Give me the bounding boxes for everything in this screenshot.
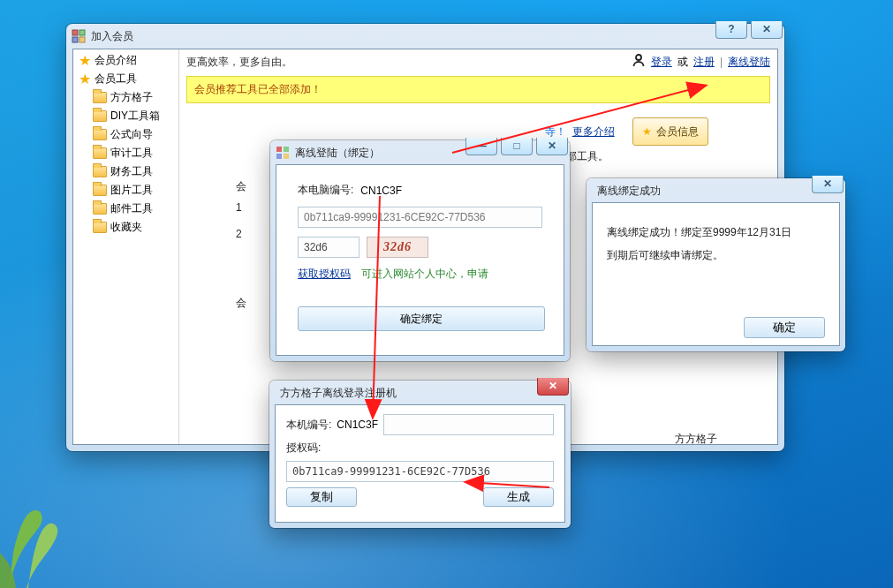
success-window-buttons — [812, 176, 844, 193]
sidebar-item-label: 邮件工具 — [110, 201, 153, 216]
svg-rect-8 — [284, 154, 289, 159]
sidebar-item-label: DIY工具箱 — [110, 109, 160, 124]
bind-titlebar: 离线登陆（绑定） — [270, 140, 570, 165]
main-window-buttons — [715, 21, 783, 39]
captcha-input[interactable] — [298, 237, 359, 258]
register-link[interactable]: 注册 — [693, 55, 715, 70]
member-info-button[interactable]: ★会员信息 — [632, 117, 708, 146]
separator: | — [720, 56, 723, 68]
content-topline: 更高效率，更多自由。 登录 或 注册 | 离线登陆 — [186, 53, 770, 71]
reg-auth-label: 授权码: — [286, 441, 321, 456]
bind-window-buttons — [465, 138, 568, 155]
sidebar-root-tools-label: 会员工具 — [95, 72, 137, 87]
alert-text: 会员推荐工具已全部添加！ — [194, 83, 322, 95]
reg-body: 本机编号: CN1C3F 授权码: 复制 生成 — [275, 404, 565, 523]
app-icon — [72, 29, 86, 43]
login-link[interactable]: 登录 — [651, 55, 672, 70]
success-body: 离线绑定成功！绑定至9999年12月31日 到期后可继续申请绑定。 确定 — [592, 202, 840, 346]
sidebar-item-label: 审计工具 — [110, 146, 153, 161]
sidebar-item-ffgz[interactable]: 方方格子 — [73, 88, 178, 107]
bind-body: 本电脑编号: CN1C3F 32d6 获取授权码 可进入网站个人中心，申请 确定… — [276, 164, 564, 356]
reg-titlebar: 方方格子离线登录注册机 — [269, 381, 571, 405]
confirm-bind-button[interactable]: 确定绑定 — [298, 306, 545, 331]
offline-bind-dialog: 离线登陆（绑定） 本电脑编号: CN1C3F 32d6 获取授权码 可进入网站个… — [270, 140, 570, 361]
person-icon — [632, 53, 646, 71]
sidebar-root-intro-label: 会员介绍 — [95, 53, 137, 68]
help-button[interactable] — [715, 21, 747, 39]
svg-rect-7 — [276, 154, 282, 159]
reg-local-id-input[interactable] — [383, 414, 554, 435]
maximize-button[interactable] — [501, 138, 533, 155]
get-auth-link[interactable]: 获取授权码 — [298, 267, 351, 282]
stub-left-1: 会 — [236, 180, 246, 192]
or-text: 或 — [677, 55, 688, 70]
stub-left-2: 会 — [236, 297, 246, 309]
member-info-label: 会员信息 — [656, 121, 699, 142]
sidebar-item-diy[interactable]: DIY工具箱 — [73, 107, 178, 125]
svg-rect-3 — [79, 37, 85, 42]
sidebar-root-intro[interactable]: ★ 会员介绍 — [73, 51, 178, 70]
folder-icon — [93, 222, 107, 233]
sidebar-item-label: 方方格子 — [110, 90, 153, 105]
stub-top-right: 寺！ — [545, 125, 566, 138]
folder-icon — [93, 92, 107, 103]
close-button[interactable] — [536, 138, 568, 155]
folder-icon — [93, 129, 107, 140]
folder-icon — [93, 166, 107, 177]
sidebar-item-formula[interactable]: 公式向导 — [73, 125, 178, 144]
svg-rect-2 — [72, 37, 78, 42]
sidebar-item-label: 公式向导 — [110, 127, 153, 142]
success-title: 离线绑定成功 — [597, 184, 661, 199]
close-button[interactable] — [812, 176, 844, 193]
close-button[interactable] — [751, 21, 783, 39]
computer-id-value: CN1C3F — [360, 185, 402, 197]
success-line-1: 离线绑定成功！绑定至9999年12月31日 — [607, 221, 825, 244]
more-intro-link[interactable]: 更多介绍 — [572, 125, 615, 138]
success-line-2: 到期后可继续申请绑定。 — [607, 244, 825, 267]
folder-icon — [93, 147, 107, 159]
reg-title: 方方格子离线登录注册机 — [280, 386, 397, 401]
auth-box: 登录 或 注册 | 离线登陆 — [632, 53, 770, 71]
sidebar-item-label: 图片工具 — [110, 183, 153, 198]
sidebar-tree: ★ 会员介绍 ★ 会员工具 方方格子 DIY工具箱 公式向导 审计工具 财务工具… — [73, 49, 179, 444]
auth-code-input[interactable] — [298, 207, 542, 228]
sidebar-item-audit[interactable]: 审计工具 — [73, 144, 178, 162]
bind-title: 离线登陆（绑定） — [295, 146, 380, 161]
folder-icon — [93, 185, 107, 196]
offline-login-link[interactable]: 离线登陆 — [728, 55, 770, 70]
folder-icon — [93, 203, 107, 215]
copy-button[interactable]: 复制 — [286, 487, 357, 507]
reg-auth-input[interactable] — [286, 461, 554, 482]
app-icon — [276, 146, 290, 160]
sidebar-item-fav[interactable]: 收藏夹 — [73, 218, 178, 237]
sidebar-root-tools[interactable]: ★ 会员工具 — [73, 70, 178, 88]
success-ok-button[interactable]: 确定 — [744, 317, 825, 338]
computer-id-label: 本电脑编号: — [298, 183, 353, 198]
decor-leaves — [0, 464, 106, 588]
minimize-button[interactable] — [465, 138, 497, 155]
svg-rect-0 — [72, 30, 78, 35]
star-icon: ★ — [79, 72, 91, 87]
tagline-text: 更高效率，更多自由。 — [186, 55, 292, 70]
sidebar-item-mail[interactable]: 邮件工具 — [73, 200, 178, 218]
generate-button[interactable]: 生成 — [483, 487, 554, 507]
register-machine-dialog: 方方格子离线登录注册机 本机编号: CN1C3F 授权码: 复制 生成 — [269, 381, 571, 528]
star-icon: ★ — [642, 121, 652, 142]
star-icon: ★ — [79, 54, 91, 68]
folder-icon — [93, 110, 107, 122]
svg-point-4 — [636, 55, 641, 60]
success-titlebar: 离线绑定成功 — [587, 178, 845, 203]
reg-local-label: 本机编号: — [286, 418, 331, 433]
main-titlebar: 加入会员 — [66, 24, 784, 49]
sidebar-item-label: 收藏夹 — [110, 220, 142, 235]
sidebar-item-finance[interactable]: 财务工具 — [73, 162, 178, 181]
reg-window-buttons — [537, 378, 569, 396]
sidebar-item-image[interactable]: 图片工具 — [73, 181, 178, 200]
close-button[interactable] — [537, 378, 569, 396]
alert-banner: 会员推荐工具已全部添加！ — [186, 76, 770, 103]
stub-1: 1 — [236, 201, 242, 214]
sidebar-item-label: 财务工具 — [110, 164, 153, 179]
bind-success-dialog: 离线绑定成功 离线绑定成功！绑定至9999年12月31日 到期后可继续申请绑定。… — [587, 178, 845, 351]
captcha-image[interactable]: 32d6 — [367, 237, 428, 258]
svg-rect-5 — [276, 147, 282, 152]
